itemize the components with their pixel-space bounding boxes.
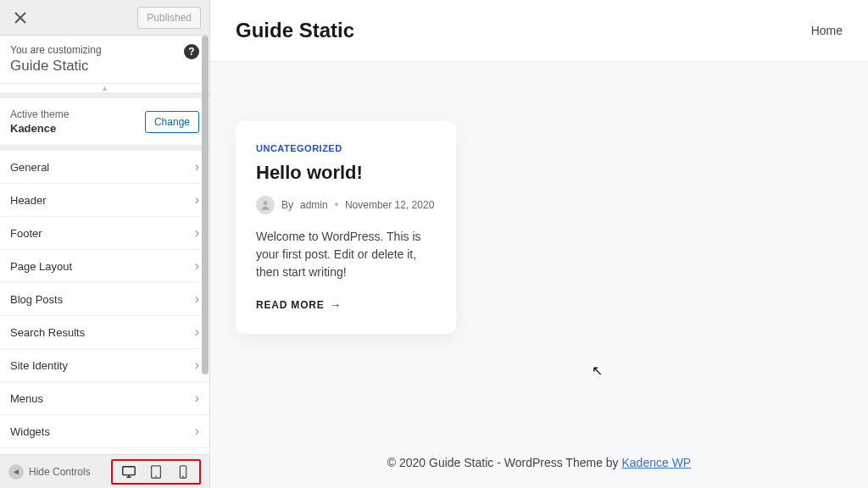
sidebar-footer: ◄ Hide Controls <box>0 454 209 488</box>
device-desktop-button[interactable] <box>121 464 136 480</box>
menu-list: General› Header› Footer› Page Layout› Bl… <box>0 151 209 454</box>
preview-header: Guide Static Home <box>210 0 868 62</box>
menu-item-site-identity[interactable]: Site Identity› <box>0 349 209 382</box>
menu-item-footer[interactable]: Footer› <box>0 217 209 250</box>
menu-item-header[interactable]: Header› <box>0 184 209 217</box>
close-icon <box>14 12 26 24</box>
avatar-icon <box>259 199 271 211</box>
preview-pane: Guide Static Home UNCATEGORIZED Hello wo… <box>210 0 868 488</box>
publish-button[interactable]: Published <box>137 7 201 29</box>
footer-vendor-link[interactable]: Kadence WP <box>621 456 691 469</box>
chevron-right-icon: › <box>195 324 199 340</box>
scrollbar-thumb[interactable] <box>202 36 209 374</box>
menu-item-label: Header <box>10 194 47 207</box>
customizing-site-name: Guide Static <box>10 58 199 75</box>
sidebar-topbar: Published <box>0 0 209 36</box>
customizer-sidebar: Published You are customizing Guide Stat… <box>0 0 210 488</box>
author-avatar[interactable] <box>256 196 275 214</box>
meta-separator: • <box>335 199 338 211</box>
preview-footer: © 2020 Guide Static - WordPress Theme by… <box>210 437 868 488</box>
help-icon[interactable]: ? <box>184 44 199 59</box>
preview-body: UNCATEGORIZED Hello world! By admin • No… <box>210 62 868 437</box>
menu-item-label: Blog Posts <box>10 293 63 306</box>
svg-point-9 <box>264 201 268 205</box>
post-title-link[interactable]: Hello world! <box>256 162 436 184</box>
menu-item-widgets[interactable]: Widgets› <box>0 415 209 448</box>
post-date: November 12, 2020 <box>345 199 434 211</box>
menu-item-homepage-settings[interactable]: Homepage Settings› <box>0 448 209 454</box>
theme-name: Kadence <box>10 122 69 135</box>
arrow-right-icon: → <box>330 298 342 312</box>
post-meta: By admin • November 12, 2020 <box>256 196 436 214</box>
post-card: UNCATEGORIZED Hello world! By admin • No… <box>236 121 456 334</box>
chevron-right-icon: › <box>195 391 199 406</box>
customizing-panel: You are customizing Guide Static ? <box>0 36 209 84</box>
read-more-label: READ MORE <box>256 299 325 311</box>
hide-controls-button[interactable]: ◄ Hide Controls <box>8 464 91 480</box>
chevron-right-icon: › <box>195 358 199 373</box>
active-theme-label: Active theme <box>10 108 69 120</box>
customizing-label: You are customizing <box>10 44 199 56</box>
active-theme-panel: Active theme Kadence Change <box>0 98 209 146</box>
hide-controls-label: Hide Controls <box>29 466 91 478</box>
device-tablet-button[interactable] <box>148 464 164 480</box>
device-preview-group <box>111 459 201 485</box>
author-link[interactable]: admin <box>300 199 328 211</box>
mobile-icon <box>175 464 191 480</box>
tablet-icon <box>148 464 164 480</box>
menu-item-blog-posts[interactable]: Blog Posts› <box>0 283 209 316</box>
mouse-cursor-icon: ↖ <box>592 363 603 379</box>
chevron-right-icon: › <box>195 424 199 439</box>
post-excerpt: Welcome to WordPress. This is your first… <box>256 228 436 281</box>
chevron-right-icon: › <box>195 159 199 175</box>
nav-home-link[interactable]: Home <box>811 24 843 37</box>
chevron-right-icon: › <box>195 258 199 274</box>
chevron-right-icon: › <box>195 192 199 208</box>
by-label: By <box>281 199 293 211</box>
scroll-hint-top: ▴ <box>0 84 209 93</box>
menu-item-label: Page Layout <box>10 260 72 273</box>
desktop-icon <box>121 464 136 480</box>
menu-item-search-results[interactable]: Search Results› <box>0 316 209 349</box>
app-root: Published You are customizing Guide Stat… <box>0 0 868 488</box>
change-theme-button[interactable]: Change <box>145 111 199 133</box>
read-more-link[interactable]: READ MORE → <box>256 298 436 312</box>
device-mobile-button[interactable] <box>175 464 191 480</box>
menu-item-label: General <box>10 161 49 174</box>
menu-item-menus[interactable]: Menus› <box>0 382 209 415</box>
menu-item-label: Widgets <box>10 425 50 438</box>
menu-item-label: Menus <box>10 392 43 405</box>
collapse-icon: ◄ <box>8 464 24 480</box>
menu-item-page-layout[interactable]: Page Layout› <box>0 250 209 283</box>
menu-item-label: Search Results <box>10 326 85 339</box>
menu-item-general[interactable]: General› <box>0 151 209 184</box>
chevron-right-icon: › <box>195 225 199 241</box>
close-button[interactable] <box>8 6 32 30</box>
svg-rect-2 <box>123 466 135 474</box>
footer-copyright: © 2020 Guide Static - WordPress Theme by <box>387 456 622 469</box>
menu-item-label: Site Identity <box>10 359 68 372</box>
sidebar-scrollbar[interactable] <box>202 36 209 451</box>
chevron-right-icon: › <box>195 291 199 307</box>
menu-item-label: Footer <box>10 227 42 240</box>
post-category-link[interactable]: UNCATEGORIZED <box>256 143 436 153</box>
site-title[interactable]: Guide Static <box>236 19 354 42</box>
